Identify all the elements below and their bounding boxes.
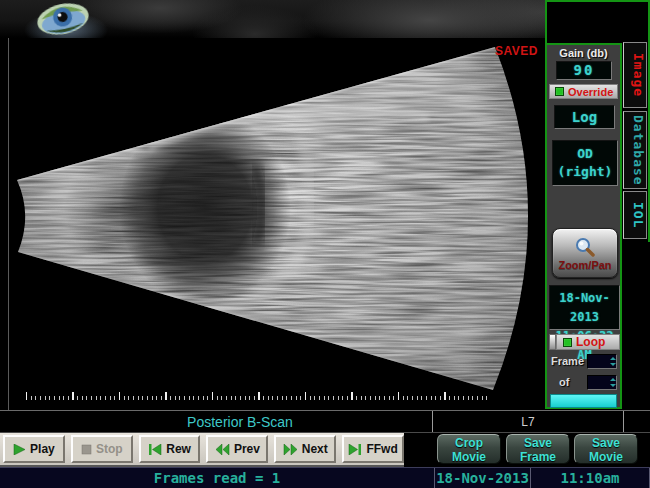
- frame-total-spinner[interactable]: [609, 376, 616, 389]
- bscan-image-area: SAVED: [8, 38, 545, 410]
- green-border-top: [545, 0, 650, 2]
- play-icon: [13, 444, 26, 455]
- rewind-button[interactable]: Rew: [139, 435, 201, 463]
- side-tabs: Image Database IOL: [622, 38, 648, 248]
- toolbar: Play Stop Rew Prev Next FFwd: [0, 433, 650, 467]
- rewind-icon: [148, 444, 162, 455]
- crop-movie-button[interactable]: Crop Movie: [437, 434, 501, 464]
- tab-database[interactable]: Database: [623, 111, 647, 189]
- next-button-label: Next: [302, 442, 328, 456]
- of-label: of: [559, 376, 569, 388]
- frame-spin-down-icon[interactable]: [610, 363, 616, 366]
- loop-label: Loop: [576, 335, 605, 349]
- magnifier-icon: [574, 236, 596, 258]
- scan-type-title: Posterior B-Scan: [0, 411, 433, 432]
- next-frame-button[interactable]: Next: [274, 435, 336, 463]
- loop-handle: [549, 334, 556, 350]
- loop-checkbox[interactable]: Loop: [556, 334, 620, 350]
- frame-number-value[interactable]: [588, 355, 609, 368]
- right-control-region: Gain (db) 90 Override Log OD (right) Zoo…: [545, 0, 650, 410]
- frame-spin-up-icon[interactable]: [610, 357, 616, 360]
- frame-total-spin-down-icon[interactable]: [610, 384, 616, 387]
- app-window: SAVED Gain (db) 90 Override Log OD (righ…: [0, 0, 650, 488]
- override-checkbox[interactable]: Override: [549, 84, 618, 99]
- eye-side-line1: OD: [553, 145, 617, 163]
- rewind-button-label: Rew: [166, 442, 191, 456]
- status-date: 18-Nov-2013: [434, 468, 531, 488]
- status-bar: Frames read = 1 18-Nov-2013 11:10am: [0, 467, 650, 488]
- depth-ruler: [26, 392, 490, 401]
- fast-forward-icon: [348, 444, 362, 455]
- eye-side-line2: (right): [553, 163, 617, 181]
- save-movie-label-line1: Save: [575, 436, 637, 450]
- eye-side-display[interactable]: OD (right): [552, 140, 618, 186]
- save-movie-label-line2: Movie: [575, 450, 637, 464]
- acquisition-date: 18-Nov-2013: [550, 289, 619, 327]
- frame-total-value[interactable]: [588, 376, 609, 389]
- zoom-pan-label: Zoom/Pan: [558, 259, 611, 271]
- top-banner: [0, 0, 545, 38]
- prev-button-label: Prev: [234, 442, 260, 456]
- status-message: Frames read = 1: [0, 468, 434, 488]
- next-icon: [283, 444, 298, 455]
- status-time: 11:10am: [531, 468, 650, 488]
- prev-icon: [215, 444, 230, 455]
- frame-label: Frame: [551, 355, 584, 367]
- movie-progress-bar[interactable]: [550, 394, 617, 408]
- stop-button[interactable]: Stop: [71, 435, 133, 463]
- frame-spinner[interactable]: [609, 355, 616, 368]
- override-checkbox-led[interactable]: [555, 87, 564, 96]
- tab-image[interactable]: Image: [623, 42, 647, 108]
- tab-iol[interactable]: IOL: [623, 191, 647, 239]
- frame-total-spin-up-icon[interactable]: [610, 378, 616, 381]
- acquisition-datetime-display: 18-Nov-2013 11:06:32 AM: [549, 285, 620, 330]
- save-frame-label-line1: Save: [507, 436, 569, 450]
- log-mode-display[interactable]: Log: [554, 105, 615, 129]
- gain-label: Gain (db): [547, 47, 620, 59]
- control-sidebar: Gain (db) 90 Override Log OD (right) Zoo…: [545, 43, 622, 409]
- scan-title-bar: Posterior B-Scan L7: [0, 410, 650, 433]
- crop-movie-label-line2: Movie: [438, 450, 500, 464]
- save-frame-label-line2: Frame: [507, 450, 569, 464]
- override-label: Override: [568, 86, 613, 98]
- eye-logo: [31, 0, 95, 43]
- prev-frame-button[interactable]: Prev: [206, 435, 268, 463]
- frame-total-row: of: [551, 374, 620, 390]
- green-border-left: [545, 0, 547, 45]
- stop-icon: [81, 444, 92, 455]
- fast-forward-button[interactable]: FFwd: [342, 435, 404, 463]
- zoom-pan-button[interactable]: Zoom/Pan: [552, 228, 618, 278]
- loop-checkbox-led[interactable]: [563, 338, 572, 347]
- frame-number-input[interactable]: [587, 354, 617, 369]
- saved-indicator: SAVED: [495, 44, 538, 58]
- ffwd-button-label: FFwd: [366, 442, 397, 456]
- frame-total-input[interactable]: [587, 375, 617, 390]
- stop-button-label: Stop: [96, 442, 123, 456]
- bscan-fan-image: [9, 38, 546, 410]
- play-button[interactable]: Play: [3, 435, 65, 463]
- save-movie-button[interactable]: Save Movie: [574, 434, 638, 464]
- loop-control[interactable]: Loop: [549, 334, 620, 350]
- frame-row: Frame: [551, 353, 620, 369]
- crop-movie-label-line1: Crop: [438, 436, 500, 450]
- transport-controls: Play Stop Rew Prev Next FFwd: [0, 433, 404, 467]
- gain-value-display[interactable]: 90: [556, 61, 612, 80]
- play-button-label: Play: [30, 442, 55, 456]
- save-frame-button[interactable]: Save Frame: [506, 434, 570, 464]
- probe-label: L7: [433, 411, 624, 432]
